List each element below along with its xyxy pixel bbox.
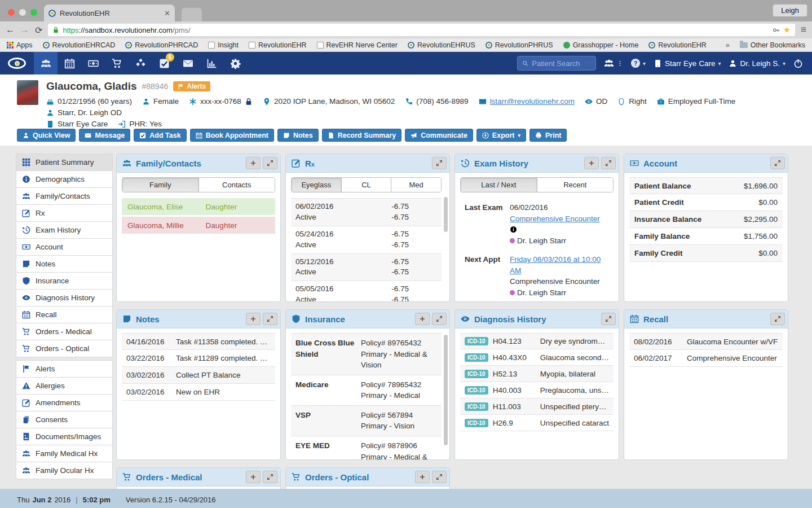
scrollbar-thumb[interactable] <box>444 335 448 445</box>
sidebar-item-notes[interactable]: Notes <box>16 255 113 273</box>
expand-button[interactable] <box>263 471 277 483</box>
new-tab-button[interactable] <box>182 8 202 21</box>
add-button[interactable] <box>415 313 430 325</box>
tab[interactable]: CL <box>341 178 391 192</box>
diagnosis-row[interactable]: ICD-10 H11.003 Unspecified pterygium… <box>460 398 614 415</box>
quick-view-button[interactable]: Quick View <box>17 129 76 142</box>
sidebar-item-demographics[interactable]: Demographics <box>16 170 113 188</box>
close-window-button[interactable] <box>8 9 15 16</box>
tab[interactable]: Recent <box>537 178 614 192</box>
expand-button[interactable] <box>770 313 785 325</box>
sidebar-item-recall[interactable]: Recall <box>16 306 113 323</box>
nav-admin[interactable] <box>223 52 247 75</box>
forward-button[interactable]: → <box>20 25 29 35</box>
nav-orders[interactable] <box>105 52 129 75</box>
recent-patients-button[interactable] <box>604 58 623 68</box>
tab-close-icon[interactable]: ✕ <box>164 9 170 17</box>
apps-shortcut[interactable]: Apps <box>7 41 33 49</box>
reload-button[interactable]: ⟳ <box>35 25 42 36</box>
email-link[interactable]: lstarr@revolutionehr.com <box>490 97 575 106</box>
tab[interactable]: Contacts <box>198 178 275 192</box>
diagnosis-row[interactable]: ICD-10 H40.003 Preglaucoma, unspeci… <box>460 382 614 398</box>
patient-search-input[interactable] <box>532 59 591 68</box>
message-button[interactable]: Message <box>79 129 130 142</box>
last-exam-link[interactable]: Comprehensive Encounter <box>510 214 600 223</box>
bookmark-star-icon[interactable]: ★ <box>783 25 791 35</box>
note-row[interactable]: 03/02/2016New on EHR <box>122 384 275 401</box>
patient-photo[interactable] <box>17 80 38 105</box>
sidebar-item-family-ocular-hx[interactable]: Family Ocular Hx <box>16 462 113 479</box>
bookmarks-overflow-icon[interactable]: » <box>726 41 730 49</box>
sidebar-item-alerts[interactable]: Alerts <box>16 360 113 378</box>
add-button[interactable] <box>246 157 261 169</box>
bookmark-item[interactable]: Insight <box>208 41 239 49</box>
sidebar-item-orders-optical[interactable]: Orders - Optical <box>16 340 113 357</box>
bookmark-item[interactable]: RevolutionEHRCAD <box>43 41 116 49</box>
note-row[interactable]: 03/22/2016Task #11289 completed. Tas… <box>122 350 275 367</box>
insurance-row[interactable]: EYE MED Policy# 9878906Primary - Medical… <box>291 436 442 459</box>
expand-button[interactable] <box>601 157 616 169</box>
alerts-badge[interactable]: Alerts <box>173 81 210 91</box>
sidebar-item-family-contacts[interactable]: Family/Contacts <box>16 187 113 205</box>
back-button[interactable]: ← <box>6 25 15 35</box>
browser-tab[interactable]: RevolutionEHR ✕ <box>44 5 175 21</box>
sidebar-item-orders-medical[interactable]: Orders - Medical <box>16 323 113 340</box>
browser-menu-icon[interactable]: ≡ <box>801 24 806 36</box>
user-menu[interactable]: Dr. Leigh S. ▾ <box>729 59 785 68</box>
nav-reports[interactable] <box>200 52 223 75</box>
add-button[interactable] <box>246 313 261 325</box>
recall-row[interactable]: 08/02/2016Glaucoma Encounter w/VF <box>629 333 783 350</box>
notes-button[interactable]: Notes <box>277 129 319 142</box>
tab[interactable]: Last / Next <box>461 178 537 192</box>
family-member-row[interactable]: Glaucoma, EliseDaughter <box>122 198 275 215</box>
export-button[interactable]: Export ▾ <box>476 129 526 142</box>
rx-row[interactable]: 05/12/2016Active -6.75-6.75 <box>291 253 442 281</box>
nav-tasks[interactable]: 5 <box>152 52 176 75</box>
nav-accounting[interactable] <box>81 52 105 75</box>
sidebar-item-account[interactable]: Account <box>16 238 113 256</box>
sidebar-item-consents[interactable]: Consents <box>16 411 113 428</box>
browser-profile-button[interactable]: Leigh <box>773 4 807 17</box>
sidebar-item-insurance[interactable]: Insurance <box>16 272 113 290</box>
insurance-row[interactable]: Medicare Policy# 78965432Primary - Medic… <box>291 375 442 406</box>
add-task-button[interactable]: Add Task <box>134 129 186 142</box>
note-row[interactable]: 03/02/2016Collect PT Balance <box>122 367 275 384</box>
location-menu[interactable]: Starr Eye Care ▾ <box>654 59 721 68</box>
insurance-row[interactable]: VSP Policy# 567894Primary - Vision <box>291 406 442 436</box>
sidebar-item-rx[interactable]: Rx <box>16 204 113 222</box>
revolutionehr-logo[interactable] <box>0 58 34 69</box>
rx-row[interactable]: 05/24/2016Active -6.75-6.75 <box>291 226 442 253</box>
patient-email[interactable]: lstarr@revolutionehr.com <box>479 97 575 106</box>
nav-messages[interactable] <box>176 52 200 75</box>
add-button[interactable] <box>584 157 599 169</box>
tab[interactable]: Med <box>391 178 441 192</box>
nav-schedule[interactable] <box>58 52 81 75</box>
sidebar-item-diagnosis-history[interactable]: Diagnosis History <box>16 289 113 306</box>
nav-inventory[interactable] <box>129 52 152 75</box>
family-member-row[interactable]: Glaucoma, MillieDaughter <box>122 217 275 234</box>
bookmark-item[interactable]: RevolutionEHR <box>648 41 706 49</box>
diagnosis-row[interactable]: ICD-10 H52.13 Myopia, bilateral <box>460 366 614 382</box>
sidebar-item-family-medical-hx[interactable]: Family Medical Hx <box>16 445 113 462</box>
bookmark-item[interactable]: Grasshopper - Home <box>563 41 639 49</box>
book-appointment-button[interactable]: Book Appointment <box>190 129 274 142</box>
expand-button[interactable] <box>432 313 447 325</box>
other-bookmarks-button[interactable]: Other Bookmarks <box>740 41 805 49</box>
bookmark-item[interactable]: RevolutionEHR <box>249 41 306 49</box>
note-row[interactable]: 04/16/2016Task #11358 completed. Tas… <box>122 333 275 350</box>
print-button[interactable]: Print <box>529 129 567 142</box>
diagnosis-row[interactable]: ICD-10 H04.123 Dry eye syndrome of b… <box>460 333 614 349</box>
sidebar-item-amendments[interactable]: Amendments <box>16 394 113 411</box>
record-summary-button[interactable]: Record Summary <box>322 129 402 142</box>
next-appt-link[interactable]: Friday 06/03/2016 at 10:00 AM <box>510 255 601 275</box>
insurance-row[interactable]: Blue Cross Blue Shield Policy# 89765432P… <box>291 333 442 375</box>
window-controls[interactable] <box>0 9 44 21</box>
scrollbar-thumb[interactable] <box>444 197 448 232</box>
nav-patients[interactable] <box>34 52 58 75</box>
expand-button[interactable] <box>263 157 277 169</box>
sidebar-item-documents-images[interactable]: Documents/Images <box>16 428 113 445</box>
expand-button[interactable] <box>432 471 447 483</box>
bookmark-item[interactable]: RevolutionEHRUS <box>408 41 475 49</box>
bookmark-item[interactable]: RevolutionPHRUS <box>486 41 553 49</box>
patient-search[interactable] <box>517 56 596 71</box>
